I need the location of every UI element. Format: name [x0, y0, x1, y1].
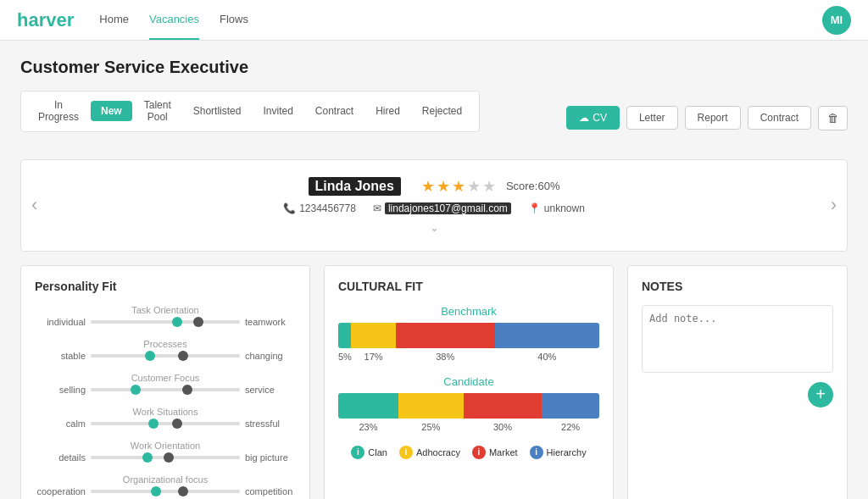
trait-slider-row: selling service	[35, 385, 296, 395]
brand-logo: harver	[17, 9, 74, 31]
prev-candidate-button[interactable]: ‹	[31, 194, 37, 216]
nav-flows[interactable]: Flows	[220, 0, 248, 40]
navbar: harver Home Vacancies Flows MI	[0, 0, 868, 41]
slider-track-bg	[91, 490, 240, 493]
nav-vacancies[interactable]: Vacancies	[149, 0, 199, 40]
tab-invited[interactable]: Invited	[253, 101, 303, 121]
trait-group: Work Orientation details big picture	[35, 441, 296, 463]
candidate-header: Linda Jones ★ ★ ★ ★ ★ Score:60%	[55, 177, 813, 196]
trait-left-label: individual	[35, 317, 86, 327]
add-note-button[interactable]: +	[808, 382, 833, 408]
trait-group: Processes stable changing	[35, 339, 296, 361]
candidate-info: 📞 1234456778 ✉ lindajones107@gmail.com 📍…	[55, 202, 813, 214]
tab-shortlisted[interactable]: Shortlisted	[183, 101, 252, 121]
trait-label: Customer Focus	[35, 373, 296, 383]
expand-button[interactable]: ⌄	[55, 221, 813, 234]
benchmark-label-item: 40%	[495, 352, 599, 362]
trait-right-label: service	[245, 385, 296, 395]
cand-dot	[164, 452, 174, 463]
star-3: ★	[452, 177, 465, 196]
benchmark-label-item: 17%	[351, 352, 395, 362]
star-5: ★	[482, 177, 496, 196]
cult-legend-label: Market	[489, 447, 518, 457]
trait-group: Work Situations calm stressful	[35, 407, 296, 429]
star-4: ★	[467, 177, 481, 196]
location-info: 📍 unknown	[528, 202, 585, 214]
org-dot	[151, 486, 161, 496]
location-icon: 📍	[528, 202, 541, 214]
tab-hired[interactable]: Hired	[365, 101, 410, 121]
contract-button[interactable]: Contract	[748, 106, 811, 130]
cult-legend-item: i Clan	[351, 446, 387, 459]
benchmark-segment	[351, 323, 395, 348]
cult-legend-item: i Hierarchy	[530, 446, 587, 459]
cv-button[interactable]: ☁ CV	[566, 106, 620, 130]
trait-track	[91, 354, 240, 358]
nav-links: Home Vacancies Flows	[99, 0, 248, 40]
candidate-segment	[464, 393, 542, 419]
avatar[interactable]: MI	[822, 6, 851, 35]
tab-rejected[interactable]: Rejected	[412, 101, 472, 121]
slider-track-bg	[91, 456, 240, 459]
trait-label: Work Situations	[35, 407, 296, 417]
cv-icon: ☁	[579, 112, 589, 124]
candidate-phone: 1234456778	[299, 202, 356, 214]
trait-right-label: teamwork	[245, 317, 296, 327]
benchmark-segment	[396, 323, 495, 348]
candidate-label-item: 22%	[542, 422, 599, 432]
benchmark-label-item: 38%	[396, 352, 495, 362]
cultural-legend: i Clan i Adhocracy i Market i Hierarchy	[338, 446, 599, 459]
trait-slider-row: cooperation competition	[35, 486, 296, 496]
tab-new[interactable]: New	[91, 101, 132, 121]
candidate-bar	[338, 393, 599, 419]
panels-row: Personality Fit Task Orientation individ…	[20, 265, 848, 499]
personality-fit-title: Personality Fit	[35, 280, 296, 293]
score-label: Score:60%	[506, 180, 560, 192]
star-1: ★	[421, 177, 435, 196]
trait-group: Task Orientation individual teamwork	[35, 305, 296, 327]
benchmark-section: Benchmark 5%17%38%40%	[338, 305, 599, 362]
trait-label: Organizational focus	[35, 474, 296, 485]
cult-legend-icon: i	[530, 446, 543, 459]
trait-right-label: stressful	[245, 419, 296, 429]
trait-left-label: selling	[35, 385, 86, 395]
cultural-fit-panel: CULTURAL FIT Benchmark 5%17%38%40% Candi…	[324, 265, 614, 499]
benchmark-segment	[338, 323, 351, 348]
trait-label: Processes	[35, 339, 296, 349]
candidate-label-item: 30%	[464, 422, 542, 432]
tab-talent-pool[interactable]: TalentPool	[134, 95, 181, 128]
trait-left-label: stable	[35, 351, 86, 361]
benchmark-label-item: 5%	[338, 352, 351, 362]
tab-in-progress[interactable]: InProgress	[28, 95, 89, 128]
benchmark-segment	[495, 323, 599, 348]
cult-legend-icon: i	[472, 446, 486, 459]
personality-sliders: Task Orientation individual teamwork Pro…	[35, 305, 296, 496]
org-dot	[131, 385, 141, 395]
cult-legend-item: i Adhocracy	[399, 446, 460, 459]
trait-track	[91, 422, 240, 425]
cult-legend-item: i Market	[472, 446, 518, 459]
nav-home[interactable]: Home	[99, 0, 129, 40]
trait-right-label: changing	[245, 351, 296, 361]
action-bar: ☁ CV Letter Report Contract 🗑	[566, 106, 848, 130]
org-dot	[145, 351, 155, 361]
letter-button[interactable]: Letter	[626, 106, 678, 130]
tab-contract[interactable]: Contract	[305, 101, 364, 121]
benchmark-label: Benchmark	[338, 305, 599, 318]
candidate-label-item: 23%	[338, 422, 398, 432]
cult-legend-label: Adhocracy	[416, 447, 460, 457]
notes-input[interactable]	[642, 305, 833, 373]
candidate-segment	[542, 393, 599, 419]
benchmark-labels: 5%17%38%40%	[338, 352, 599, 362]
cultural-fit-title: CULTURAL FIT	[338, 280, 599, 293]
notes-panel: NOTES +	[627, 265, 848, 499]
report-button[interactable]: Report	[685, 106, 741, 130]
trait-left-label: cooperation	[35, 486, 86, 496]
next-candidate-button[interactable]: ›	[831, 194, 837, 216]
trait-track	[91, 490, 240, 493]
candidate-label: Candidate	[338, 375, 599, 388]
cand-dot	[178, 351, 188, 361]
delete-button[interactable]: 🗑	[818, 106, 848, 130]
email-info: ✉ lindajones107@gmail.com	[373, 202, 511, 214]
trait-track	[91, 456, 240, 459]
